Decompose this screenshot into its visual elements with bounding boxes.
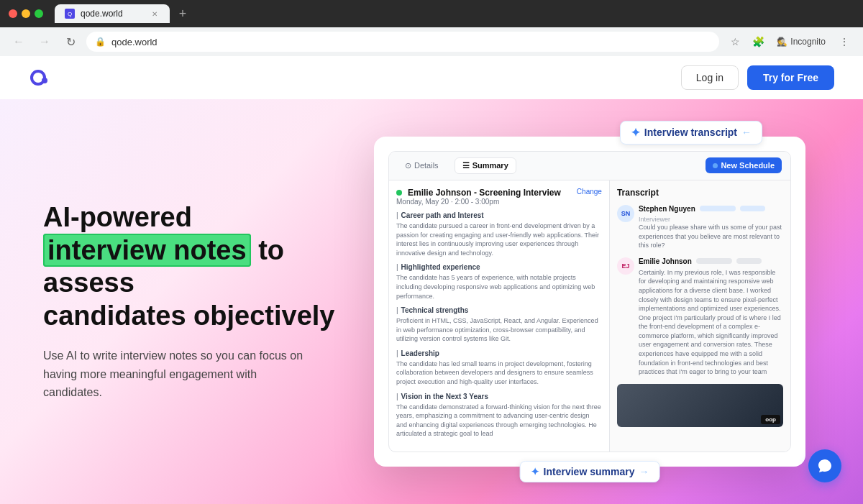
details-tab-label: Details — [414, 161, 439, 170]
summary-tab-label: Summary — [472, 161, 508, 170]
candidate-name: Emilie Johnson - Screening Interview — [408, 188, 561, 198]
section-career-text: The candidate pursued a career in front-… — [396, 221, 602, 257]
section-leadership-title: Leadership — [396, 349, 602, 357]
back-button[interactable]: ← — [9, 32, 29, 52]
bookmark-icon[interactable]: ☆ — [725, 32, 745, 52]
summary-arrow-icon: → — [639, 466, 649, 477]
section-experience-text: The candidate has 5 years of experience,… — [396, 273, 602, 301]
active-tab[interactable]: Q qode.world ✕ — [55, 4, 170, 23]
summary-label: ✦ Interview summary → — [520, 461, 660, 482]
tab-favicon: Q — [65, 9, 75, 19]
section-career: Career path and Interest The candidate p… — [396, 211, 602, 257]
msg-name-2: Emilie Johnson — [639, 257, 692, 265]
candidate-time: Monday, May 20 · 2:00 - 3:00pm — [396, 198, 561, 206]
new-schedule-button[interactable]: New Schedule — [706, 157, 782, 173]
minimize-window-button[interactable] — [22, 9, 30, 18]
section-experience: Highlighted experience The candidate has… — [396, 263, 602, 301]
section-vision: Vision in the Next 3 Years The candidate… — [396, 393, 602, 439]
left-panel: Emilie Johnson - Screening Interview Mon… — [389, 180, 610, 452]
message-2: EJ Emilie Johnson Certainly. In my previ… — [617, 257, 783, 377]
msg-text-2: Certainly. In my previous role, I was re… — [639, 268, 783, 377]
toolbar-icons: ☆ 🧩 🕵️ Incognito ⋮ — [725, 32, 854, 52]
msg-role-1: Interviewer — [639, 216, 783, 223]
summary-label-text: Interview summary — [544, 466, 635, 477]
browser-titlebar: Q qode.world ✕ + — [0, 0, 863, 27]
interview-ui: ⊙ Details ☰ Summary New Schedule — [388, 151, 791, 452]
site-nav: Log in Try for Free — [0, 56, 863, 99]
section-technical-title: Technical strengths — [396, 306, 602, 314]
section-experience-title: Highlighted experience — [396, 263, 602, 271]
address-text: qode.world — [111, 37, 157, 47]
traffic-lights — [9, 9, 43, 18]
message-1: SN Stephen Nguyen Interviewer Could you … — [617, 205, 783, 250]
incognito-icon: 🕵️ — [777, 37, 787, 47]
transcript-header: Transcript — [617, 188, 783, 198]
demo-card: ✦ Interview transcript ← ⊙ Details ☰ Sum… — [374, 137, 805, 467]
details-tab[interactable]: ⊙ Details — [398, 158, 446, 173]
msg-content-1: Stephen Nguyen Interviewer Could you ple… — [639, 205, 783, 250]
tab-close-button[interactable]: ✕ — [150, 9, 160, 19]
transcript-label-text: Interview transcript — [644, 127, 737, 138]
lock-icon: 🔒 — [95, 37, 106, 47]
msg-bubble-2b — [736, 258, 762, 264]
candidate-header: Emilie Johnson - Screening Interview Mon… — [396, 188, 602, 206]
msg-bubble-1b — [740, 206, 765, 211]
msg-name-1: Stephen Nguyen — [639, 205, 695, 213]
msg-bubble-2 — [696, 258, 732, 264]
hero-text: AI-powered interview notes to assess can… — [43, 201, 345, 402]
hero-title-line3: candidates objectively — [43, 301, 335, 331]
summary-star-icon: ✦ — [531, 466, 539, 477]
login-button[interactable]: Log in — [681, 65, 739, 90]
incognito-label: Incognito — [790, 37, 826, 47]
section-vision-title: Vision in the Next 3 Years — [396, 393, 602, 400]
forward-button[interactable]: → — [35, 32, 55, 52]
tab-label: qode.world — [81, 9, 123, 19]
hero-subtitle: Use AI to write interview notes so you c… — [43, 347, 316, 402]
address-box[interactable]: 🔒 qode.world — [86, 32, 719, 52]
hero-title-highlight: interview notes — [43, 234, 251, 267]
chat-button[interactable] — [808, 449, 841, 482]
transcript-star-icon: ✦ — [631, 126, 640, 139]
try-button[interactable]: Try for Free — [747, 65, 834, 90]
section-technical-text: Proficient in HTML, CSS, JavaScript, Rea… — [396, 316, 602, 344]
section-career-title: Career path and Interest — [396, 211, 602, 219]
summary-tab[interactable]: ☰ Summary — [455, 157, 516, 174]
transcript-arrow-icon: ← — [741, 127, 752, 138]
menu-icon[interactable]: ⋮ — [834, 32, 854, 52]
msg-bubble-1 — [700, 206, 736, 211]
close-window-button[interactable] — [9, 9, 17, 18]
tab-bar: Q qode.world ✕ + — [55, 4, 854, 24]
schedule-dot — [713, 163, 718, 168]
right-panel: Transcript SN Stephen Nguyen Interview — [610, 180, 790, 452]
new-tab-button[interactable]: + — [173, 4, 193, 24]
svg-point-1 — [42, 78, 47, 83]
extensions-icon[interactable]: 🧩 — [748, 32, 768, 52]
details-tab-icon: ⊙ — [405, 161, 411, 170]
hero-section: AI-powered interview notes to assess can… — [0, 99, 863, 504]
hero-title-line1: AI-powered — [43, 202, 192, 232]
interview-content: Emilie Johnson - Screening Interview Mon… — [389, 180, 790, 452]
photo-placeholder: oop — [617, 384, 783, 427]
page-wrapper: Log in Try for Free AI-powered interview… — [0, 56, 863, 504]
interview-tabs: ⊙ Details ☰ Summary New Schedule — [389, 152, 790, 180]
browser-addressbar: ← → ↻ 🔒 qode.world ☆ 🧩 🕵️ Incognito ⋮ — [0, 27, 863, 56]
chat-icon-svg — [817, 458, 833, 474]
avatar-stephen: SN — [617, 205, 634, 222]
section-leadership-text: The candidate has led small teams in pro… — [396, 359, 602, 387]
status-dot — [396, 190, 402, 196]
incognito-badge: 🕵️ Incognito — [771, 35, 831, 49]
reload-button[interactable]: ↻ — [60, 32, 81, 52]
transcript-label: ✦ Interview transcript ← — [620, 121, 762, 145]
site-logo — [29, 66, 52, 89]
logo-svg — [29, 66, 52, 89]
avatar-emilie: EJ — [617, 257, 634, 275]
change-link[interactable]: Change — [577, 188, 602, 196]
msg-text-1: Could you please share with us some of y… — [639, 223, 783, 250]
summary-tab-icon: ☰ — [462, 161, 470, 170]
msg-content-2: Emilie Johnson Certainly. In my previous… — [639, 257, 783, 377]
maximize-window-button[interactable] — [35, 9, 43, 18]
nav-actions: Log in Try for Free — [681, 65, 834, 90]
hero-title: AI-powered interview notes to assess can… — [43, 201, 345, 332]
photo-preview: oop — [617, 384, 783, 427]
section-vision-text: The candidate demonstrated a forward-thi… — [396, 403, 602, 439]
